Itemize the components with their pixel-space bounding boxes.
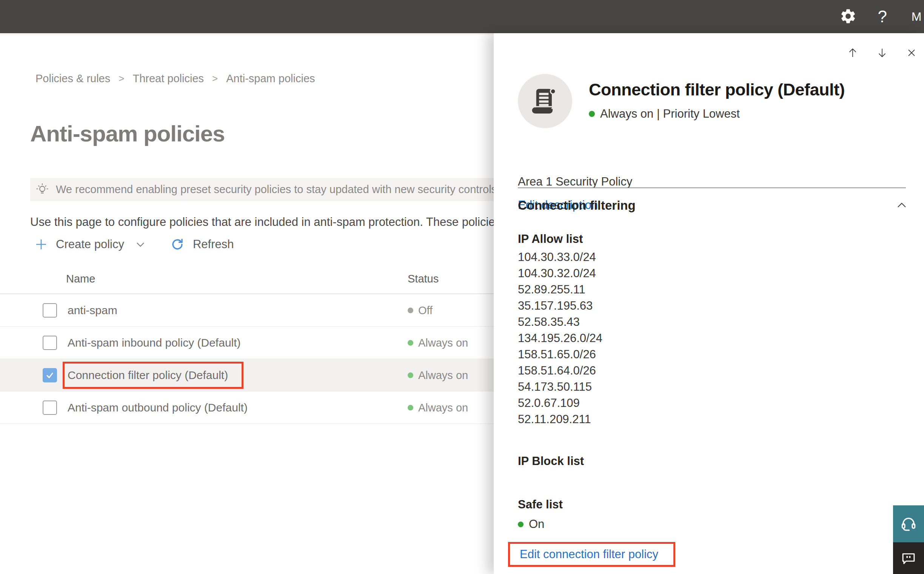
row-checkbox[interactable] bbox=[43, 303, 57, 317]
settings-button[interactable] bbox=[839, 8, 857, 26]
policy-name: Anti-spam inbound policy (Default) bbox=[68, 336, 241, 349]
refresh-button[interactable]: Refresh bbox=[170, 237, 234, 252]
ip-list-item: 158.51.65.0/26 bbox=[518, 346, 603, 363]
status-dot bbox=[408, 340, 413, 345]
status-dot bbox=[408, 372, 413, 378]
refresh-label: Refresh bbox=[193, 238, 234, 251]
row-status: Always on bbox=[408, 336, 468, 349]
help-button[interactable]: ? bbox=[878, 8, 887, 25]
panel-status-text: Always on | Priority Lowest bbox=[600, 107, 740, 121]
collapse-section-button[interactable] bbox=[896, 201, 907, 210]
panel-status-line: Always on | Priority Lowest bbox=[589, 107, 845, 121]
breadcrumb-current-page: Anti-spam policies bbox=[226, 73, 315, 85]
safe-list-status: On bbox=[518, 517, 544, 531]
page-title: Anti-spam policies bbox=[30, 121, 225, 147]
toolbar: Create policy Refresh bbox=[35, 232, 234, 257]
panel-divider bbox=[518, 188, 906, 188]
top-bar: ? M bbox=[0, 0, 924, 33]
row-checkbox[interactable] bbox=[43, 336, 57, 350]
edit-policy-highlight: Edit connection filter policy bbox=[508, 542, 675, 567]
status-text: Always on bbox=[418, 369, 468, 381]
close-panel-button[interactable] bbox=[905, 47, 918, 60]
row-status: Off bbox=[408, 304, 433, 316]
status-dot bbox=[408, 405, 413, 410]
ip-list-item: 134.195.26.0/24 bbox=[518, 330, 603, 346]
status-text: Always on bbox=[418, 401, 468, 414]
help-icon: ? bbox=[878, 7, 887, 26]
ip-allow-list-label: IP Allow list bbox=[518, 232, 583, 246]
gear-icon bbox=[839, 20, 857, 26]
policy-name: anti-spam bbox=[68, 304, 117, 317]
policy-name: Connection filter policy (Default) bbox=[68, 369, 228, 382]
edit-connection-filter-policy-link[interactable]: Edit connection filter policy bbox=[520, 547, 658, 561]
ip-list-item: 158.51.64.0/26 bbox=[518, 363, 603, 378]
close-icon bbox=[905, 47, 918, 60]
panel-header: Connection filter policy (Default) Alway… bbox=[518, 74, 845, 128]
ip-allow-list: 104.30.33.0/24104.30.32.0/2452.89.255.11… bbox=[518, 249, 603, 427]
create-policy-label: Create policy bbox=[56, 238, 124, 251]
row-checkbox[interactable] bbox=[43, 401, 57, 415]
status-text: Always on bbox=[418, 336, 468, 349]
policy-details-panel: Connection filter policy (Default) Alway… bbox=[494, 33, 924, 574]
safe-list-label: Safe list bbox=[518, 498, 563, 511]
account-avatar[interactable]: M bbox=[906, 6, 924, 27]
status-text: Off bbox=[418, 304, 433, 316]
policy-name: Anti-spam outbound policy (Default) bbox=[68, 401, 248, 414]
breadcrumb-threat-policies[interactable]: Threat policies bbox=[133, 73, 204, 85]
ip-list-item: 104.30.32.0/24 bbox=[518, 265, 603, 281]
avatar-initial: M bbox=[911, 10, 922, 24]
status-dot bbox=[518, 522, 524, 527]
ip-list-item: 52.0.67.109 bbox=[518, 395, 603, 411]
chevron-down-icon bbox=[136, 241, 145, 248]
panel-header-text: Connection filter policy (Default) Alway… bbox=[589, 74, 845, 128]
arrow-down-icon bbox=[876, 47, 888, 60]
ip-list-item: 52.58.35.43 bbox=[518, 314, 603, 330]
support-button[interactable] bbox=[893, 505, 924, 542]
breadcrumb: Policies & rules > Threat policies > Ant… bbox=[35, 73, 315, 85]
column-header-status[interactable]: Status bbox=[408, 273, 438, 285]
row-checkbox[interactable] bbox=[43, 368, 57, 382]
row-status: Always on bbox=[408, 369, 468, 381]
lightbulb-icon bbox=[35, 183, 49, 197]
create-policy-button[interactable]: Create policy bbox=[35, 238, 145, 251]
row-status: Always on bbox=[408, 401, 468, 414]
status-dot bbox=[408, 308, 413, 313]
ip-list-item: 54.173.50.115 bbox=[518, 378, 603, 395]
breadcrumb-policies-rules[interactable]: Policies & rules bbox=[35, 73, 110, 85]
panel-title: Connection filter policy (Default) bbox=[589, 80, 845, 99]
headset-icon bbox=[900, 515, 917, 533]
selected-row-highlight: Connection filter policy (Default) bbox=[63, 362, 244, 389]
feedback-button[interactable] bbox=[893, 542, 924, 574]
ip-block-list-label: IP Block list bbox=[518, 454, 584, 468]
previous-item-button[interactable] bbox=[846, 47, 859, 60]
policy-scroll-icon bbox=[529, 85, 561, 117]
ip-list-item: 52.11.209.211 bbox=[518, 411, 603, 427]
column-header-name[interactable]: Name bbox=[66, 273, 95, 285]
plus-icon bbox=[35, 238, 47, 251]
breadcrumb-separator-icon: > bbox=[212, 73, 218, 85]
status-dot bbox=[589, 111, 595, 117]
breadcrumb-separator-icon: > bbox=[119, 73, 124, 85]
ip-list-item: 104.30.33.0/24 bbox=[518, 249, 603, 265]
section-title: Connection filtering bbox=[518, 199, 636, 213]
policy-avatar bbox=[518, 74, 572, 128]
safe-list-status-text: On bbox=[529, 517, 544, 531]
chevron-up-icon bbox=[896, 201, 907, 210]
security-center-screen: ? M Policies & rules > Threat policies >… bbox=[0, 0, 924, 574]
connection-filtering-section-header: Connection filtering bbox=[518, 199, 907, 213]
chat-icon bbox=[900, 550, 916, 566]
ip-list-item: 35.157.195.63 bbox=[518, 298, 603, 314]
arrow-up-icon bbox=[846, 47, 859, 60]
ip-list-item: 52.89.255.11 bbox=[518, 281, 603, 298]
next-item-button[interactable] bbox=[876, 47, 888, 60]
policy-description: Area 1 Security Policy bbox=[518, 175, 632, 189]
panel-navigation bbox=[846, 47, 918, 60]
refresh-icon bbox=[170, 237, 185, 252]
